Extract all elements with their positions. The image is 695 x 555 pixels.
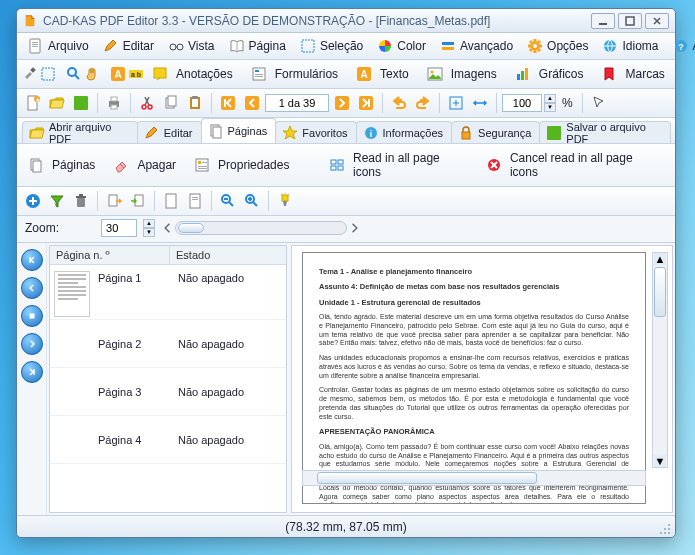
tab-seguranca[interactable]: Segurança	[451, 121, 540, 143]
group-graficos[interactable]: Gráficos	[509, 63, 594, 85]
scroll-left-icon[interactable]	[161, 221, 175, 235]
svg-point-13	[533, 44, 537, 48]
svg-point-19	[68, 68, 76, 76]
btn-redo[interactable]	[412, 92, 434, 114]
tool-text-a[interactable]: A	[110, 63, 126, 85]
page-row[interactable]: Página 3 Não apagado	[50, 368, 286, 416]
btn-undo[interactable]	[388, 92, 410, 114]
menu-opcoes[interactable]: Opções	[521, 36, 594, 56]
btn-pointer[interactable]	[588, 92, 610, 114]
btn-new[interactable]: ★	[22, 92, 44, 114]
menu-color[interactable]: Color	[371, 36, 432, 56]
page-row[interactable]: Página 4 Não apagado	[50, 416, 286, 464]
group-formularios[interactable]: Formulários	[245, 63, 348, 85]
tab-salvar[interactable]: Salvar o arquivo PDF	[539, 121, 671, 143]
doc-para: Olá, tendo agrado. Este material descrev…	[319, 313, 629, 348]
svg-rect-3	[32, 42, 38, 43]
menu-arquivo[interactable]: Arquivo	[22, 36, 95, 56]
resize-grip-icon[interactable]	[659, 523, 671, 535]
menu-vista[interactable]: Vista	[162, 36, 220, 56]
page-preview[interactable]: Tema 1 - Análise e planejamento financei…	[291, 245, 673, 513]
btn-cut[interactable]	[136, 92, 158, 114]
btn-paste[interactable]	[184, 92, 206, 114]
hscroll-thumb[interactable]	[317, 472, 537, 484]
tool-ab[interactable]: a b	[128, 63, 144, 85]
scroll-up-icon[interactable]: ▲	[654, 253, 666, 265]
btn-open[interactable]	[46, 92, 68, 114]
menu-ajuda[interactable]: ? Ajuda	[667, 36, 696, 56]
nav-prev[interactable]	[241, 92, 263, 114]
menu-selecao[interactable]: Seleção	[294, 36, 369, 56]
tool-flashlight[interactable]	[274, 190, 296, 212]
close-button[interactable]	[645, 13, 669, 29]
sub-propriedades[interactable]: Propriedades	[188, 154, 299, 176]
tab-favoritos[interactable]: Favoritos	[275, 121, 356, 143]
group-imagens[interactable]: Imagens	[421, 63, 507, 85]
tab-informacoes[interactable]: i Informações	[356, 121, 453, 143]
zoom-spin2[interactable]: ▲▼	[143, 219, 155, 237]
nav-last[interactable]	[355, 92, 377, 114]
pencil-icon	[103, 38, 119, 54]
zoom-thumb[interactable]	[178, 223, 204, 233]
maximize-button[interactable]	[618, 13, 642, 29]
page-row[interactable]: Página 1 Não apagado	[50, 265, 286, 320]
sub-read-icons[interactable]: Read in all page icons	[323, 147, 478, 183]
zoom-scroller[interactable]	[161, 221, 361, 235]
eraser-icon	[113, 157, 129, 173]
tab-paginas[interactable]: Páginas	[201, 118, 277, 143]
menu-idioma[interactable]: Idioma	[596, 36, 664, 56]
scroll-down-icon[interactable]: ▼	[654, 455, 666, 467]
tool-hammer[interactable]	[22, 63, 38, 85]
vscroll-thumb[interactable]	[654, 267, 666, 317]
tool-insert[interactable]	[127, 190, 149, 212]
tool-page2[interactable]	[184, 190, 206, 212]
tool-search[interactable]	[66, 63, 82, 85]
round-prev[interactable]	[21, 277, 43, 299]
tab-editar[interactable]: Editar	[137, 121, 202, 143]
svg-rect-8	[302, 40, 314, 52]
sub-apagar[interactable]: Apagar	[107, 154, 186, 176]
page-row[interactable]: Página 2 Não apagado	[50, 320, 286, 368]
menu-avancado[interactable]: Avançado	[434, 36, 519, 56]
page-indicator[interactable]	[265, 94, 329, 112]
zoom-value[interactable]	[101, 219, 137, 237]
tool-zoomout[interactable]	[217, 190, 239, 212]
menu-editar[interactable]: Editar	[97, 36, 160, 56]
tool-add[interactable]	[22, 190, 44, 212]
group-marcas[interactable]: Marcas	[595, 63, 674, 85]
tool-trash[interactable]	[70, 190, 92, 212]
btn-print[interactable]	[103, 92, 125, 114]
btn-fitwidth[interactable]	[469, 92, 491, 114]
btn-copy[interactable]	[160, 92, 182, 114]
minimize-button[interactable]	[591, 13, 615, 29]
tab-abrir[interactable]: Abrir arquivo PDF	[22, 121, 138, 143]
scroll-right-icon[interactable]	[347, 221, 361, 235]
group-anotacoes[interactable]: Anotações	[146, 63, 243, 85]
tool-page1[interactable]	[160, 190, 182, 212]
nav-first[interactable]	[217, 92, 239, 114]
vscrollbar[interactable]: ▲ ▼	[652, 252, 668, 468]
btn-save[interactable]	[70, 92, 92, 114]
zoom-input[interactable]	[502, 94, 542, 112]
hscrollbar[interactable]	[302, 470, 646, 486]
tool-hand[interactable]	[84, 63, 100, 85]
sub-cancel-read[interactable]: Cancel read in all page icons	[480, 147, 670, 183]
group-texto[interactable]: A Texto	[350, 63, 419, 85]
svg-text:i: i	[369, 129, 372, 139]
tool-filter[interactable]	[46, 190, 68, 212]
menu-pagina[interactable]: Página	[223, 36, 292, 56]
sub-paginas[interactable]: Páginas	[22, 154, 105, 176]
svg-rect-11	[442, 47, 454, 50]
tool-select[interactable]	[40, 63, 56, 85]
tool-zoomin[interactable]	[241, 190, 263, 212]
btn-fitpage[interactable]	[445, 92, 467, 114]
zoom-spin[interactable]: ▲▼	[544, 94, 556, 112]
col-page-num[interactable]: Página n. º	[50, 246, 170, 264]
nav-next[interactable]	[331, 92, 353, 114]
col-state[interactable]: Estado	[170, 246, 286, 264]
round-last[interactable]	[21, 361, 43, 383]
round-next[interactable]	[21, 333, 43, 355]
tool-extract[interactable]	[103, 190, 125, 212]
round-stop[interactable]	[21, 305, 43, 327]
round-first[interactable]	[21, 249, 43, 271]
